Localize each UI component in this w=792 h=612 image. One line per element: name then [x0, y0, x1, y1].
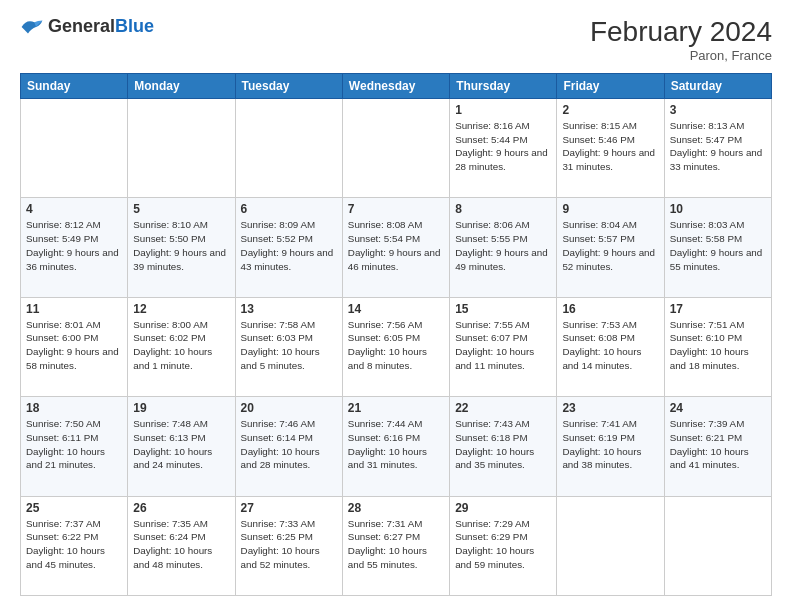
- calendar-cell: 17Sunrise: 7:51 AMSunset: 6:10 PMDayligh…: [664, 297, 771, 396]
- day-info: Sunrise: 8:10 AMSunset: 5:50 PMDaylight:…: [133, 218, 229, 273]
- calendar-cell: 3Sunrise: 8:13 AMSunset: 5:47 PMDaylight…: [664, 99, 771, 198]
- day-number: 9: [562, 202, 658, 216]
- week-row-4: 18Sunrise: 7:50 AMSunset: 6:11 PMDayligh…: [21, 397, 772, 496]
- day-info: Sunrise: 7:46 AMSunset: 6:14 PMDaylight:…: [241, 417, 337, 472]
- calendar-cell: 9Sunrise: 8:04 AMSunset: 5:57 PMDaylight…: [557, 198, 664, 297]
- calendar-cell: 22Sunrise: 7:43 AMSunset: 6:18 PMDayligh…: [450, 397, 557, 496]
- day-number: 24: [670, 401, 766, 415]
- calendar-cell: 18Sunrise: 7:50 AMSunset: 6:11 PMDayligh…: [21, 397, 128, 496]
- day-number: 11: [26, 302, 122, 316]
- week-row-2: 4Sunrise: 8:12 AMSunset: 5:49 PMDaylight…: [21, 198, 772, 297]
- calendar-cell: [342, 99, 449, 198]
- day-info: Sunrise: 8:15 AMSunset: 5:46 PMDaylight:…: [562, 119, 658, 174]
- calendar-cell: [664, 496, 771, 595]
- day-number: 28: [348, 501, 444, 515]
- col-monday: Monday: [128, 74, 235, 99]
- calendar-cell: 19Sunrise: 7:48 AMSunset: 6:13 PMDayligh…: [128, 397, 235, 496]
- col-thursday: Thursday: [450, 74, 557, 99]
- day-number: 6: [241, 202, 337, 216]
- day-info: Sunrise: 7:43 AMSunset: 6:18 PMDaylight:…: [455, 417, 551, 472]
- calendar-cell: 28Sunrise: 7:31 AMSunset: 6:27 PMDayligh…: [342, 496, 449, 595]
- day-info: Sunrise: 7:33 AMSunset: 6:25 PMDaylight:…: [241, 517, 337, 572]
- col-sunday: Sunday: [21, 74, 128, 99]
- calendar-cell: 21Sunrise: 7:44 AMSunset: 6:16 PMDayligh…: [342, 397, 449, 496]
- day-info: Sunrise: 8:00 AMSunset: 6:02 PMDaylight:…: [133, 318, 229, 373]
- day-number: 4: [26, 202, 122, 216]
- day-info: Sunrise: 7:39 AMSunset: 6:21 PMDaylight:…: [670, 417, 766, 472]
- day-number: 10: [670, 202, 766, 216]
- calendar-cell: 4Sunrise: 8:12 AMSunset: 5:49 PMDaylight…: [21, 198, 128, 297]
- calendar-cell: 12Sunrise: 8:00 AMSunset: 6:02 PMDayligh…: [128, 297, 235, 396]
- day-info: Sunrise: 8:03 AMSunset: 5:58 PMDaylight:…: [670, 218, 766, 273]
- calendar-cell: 15Sunrise: 7:55 AMSunset: 6:07 PMDayligh…: [450, 297, 557, 396]
- day-info: Sunrise: 8:06 AMSunset: 5:55 PMDaylight:…: [455, 218, 551, 273]
- day-info: Sunrise: 8:12 AMSunset: 5:49 PMDaylight:…: [26, 218, 122, 273]
- col-wednesday: Wednesday: [342, 74, 449, 99]
- calendar-cell: 14Sunrise: 7:56 AMSunset: 6:05 PMDayligh…: [342, 297, 449, 396]
- calendar-cell: 25Sunrise: 7:37 AMSunset: 6:22 PMDayligh…: [21, 496, 128, 595]
- calendar-cell: 5Sunrise: 8:10 AMSunset: 5:50 PMDaylight…: [128, 198, 235, 297]
- week-row-3: 11Sunrise: 8:01 AMSunset: 6:00 PMDayligh…: [21, 297, 772, 396]
- day-info: Sunrise: 8:16 AMSunset: 5:44 PMDaylight:…: [455, 119, 551, 174]
- day-number: 2: [562, 103, 658, 117]
- day-number: 18: [26, 401, 122, 415]
- col-saturday: Saturday: [664, 74, 771, 99]
- day-number: 15: [455, 302, 551, 316]
- day-number: 17: [670, 302, 766, 316]
- calendar-header-row: Sunday Monday Tuesday Wednesday Thursday…: [21, 74, 772, 99]
- logo: GeneralBlue: [20, 16, 154, 37]
- day-number: 25: [26, 501, 122, 515]
- day-number: 16: [562, 302, 658, 316]
- calendar-cell: 26Sunrise: 7:35 AMSunset: 6:24 PMDayligh…: [128, 496, 235, 595]
- day-info: Sunrise: 8:13 AMSunset: 5:47 PMDaylight:…: [670, 119, 766, 174]
- page: GeneralBlue February 2024 Paron, France …: [0, 0, 792, 612]
- day-info: Sunrise: 7:55 AMSunset: 6:07 PMDaylight:…: [455, 318, 551, 373]
- calendar-cell: 27Sunrise: 7:33 AMSunset: 6:25 PMDayligh…: [235, 496, 342, 595]
- day-number: 1: [455, 103, 551, 117]
- day-number: 20: [241, 401, 337, 415]
- day-number: 14: [348, 302, 444, 316]
- week-row-1: 1Sunrise: 8:16 AMSunset: 5:44 PMDaylight…: [21, 99, 772, 198]
- day-info: Sunrise: 7:48 AMSunset: 6:13 PMDaylight:…: [133, 417, 229, 472]
- day-number: 29: [455, 501, 551, 515]
- calendar-cell: [128, 99, 235, 198]
- day-info: Sunrise: 7:41 AMSunset: 6:19 PMDaylight:…: [562, 417, 658, 472]
- day-info: Sunrise: 8:08 AMSunset: 5:54 PMDaylight:…: [348, 218, 444, 273]
- calendar-cell: 6Sunrise: 8:09 AMSunset: 5:52 PMDaylight…: [235, 198, 342, 297]
- day-info: Sunrise: 7:51 AMSunset: 6:10 PMDaylight:…: [670, 318, 766, 373]
- day-info: Sunrise: 7:44 AMSunset: 6:16 PMDaylight:…: [348, 417, 444, 472]
- month-year: February 2024: [590, 16, 772, 48]
- day-info: Sunrise: 8:01 AMSunset: 6:00 PMDaylight:…: [26, 318, 122, 373]
- day-number: 22: [455, 401, 551, 415]
- calendar-cell: [21, 99, 128, 198]
- logo-bird-icon: [20, 17, 44, 37]
- week-row-5: 25Sunrise: 7:37 AMSunset: 6:22 PMDayligh…: [21, 496, 772, 595]
- day-info: Sunrise: 7:29 AMSunset: 6:29 PMDaylight:…: [455, 517, 551, 572]
- day-number: 5: [133, 202, 229, 216]
- day-number: 13: [241, 302, 337, 316]
- header: GeneralBlue February 2024 Paron, France: [20, 16, 772, 63]
- calendar-cell: 29Sunrise: 7:29 AMSunset: 6:29 PMDayligh…: [450, 496, 557, 595]
- day-number: 23: [562, 401, 658, 415]
- day-info: Sunrise: 7:37 AMSunset: 6:22 PMDaylight:…: [26, 517, 122, 572]
- day-info: Sunrise: 7:35 AMSunset: 6:24 PMDaylight:…: [133, 517, 229, 572]
- header-right: February 2024 Paron, France: [590, 16, 772, 63]
- day-info: Sunrise: 7:53 AMSunset: 6:08 PMDaylight:…: [562, 318, 658, 373]
- day-number: 3: [670, 103, 766, 117]
- calendar-cell: [235, 99, 342, 198]
- calendar-cell: 16Sunrise: 7:53 AMSunset: 6:08 PMDayligh…: [557, 297, 664, 396]
- day-number: 26: [133, 501, 229, 515]
- col-friday: Friday: [557, 74, 664, 99]
- day-info: Sunrise: 7:31 AMSunset: 6:27 PMDaylight:…: [348, 517, 444, 572]
- day-info: Sunrise: 7:50 AMSunset: 6:11 PMDaylight:…: [26, 417, 122, 472]
- calendar-cell: 24Sunrise: 7:39 AMSunset: 6:21 PMDayligh…: [664, 397, 771, 496]
- day-info: Sunrise: 8:04 AMSunset: 5:57 PMDaylight:…: [562, 218, 658, 273]
- location: Paron, France: [590, 48, 772, 63]
- day-number: 12: [133, 302, 229, 316]
- calendar-cell: 2Sunrise: 8:15 AMSunset: 5:46 PMDaylight…: [557, 99, 664, 198]
- day-number: 7: [348, 202, 444, 216]
- day-number: 19: [133, 401, 229, 415]
- calendar-cell: [557, 496, 664, 595]
- calendar-cell: 13Sunrise: 7:58 AMSunset: 6:03 PMDayligh…: [235, 297, 342, 396]
- day-number: 27: [241, 501, 337, 515]
